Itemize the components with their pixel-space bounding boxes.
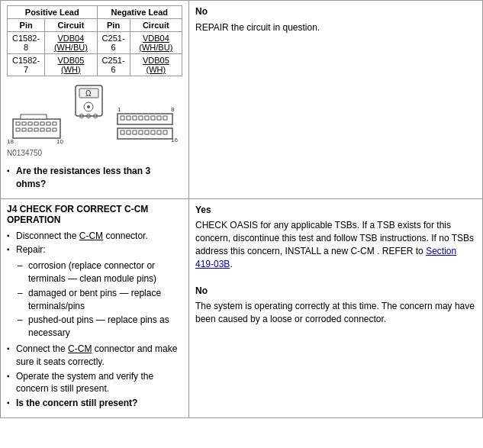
main-layout-table: Positive Lead Negative Lead Pin Circuit … [0,0,483,418]
neg-circuit-2-text: VDB05 (WH) [143,56,169,74]
resistance-table: Positive Lead Negative Lead Pin Circuit … [7,5,182,76]
svg-text:10: 10 [56,138,63,145]
pos-pin-1: C1582-8 [8,32,45,54]
pos-circuit-2-text: VDB05 (WH) [57,56,84,74]
svg-text:18: 18 [7,138,14,145]
j4-bullet-repair: Repair: [7,243,182,256]
neg-circuit-1: VDB04 (WH/BU) [130,32,182,54]
circuit-col-header-1: Circuit [45,19,97,32]
bottom-left-cell: J4 CHECK FOR CORRECT C-CM OPERATION Disc… [1,198,189,417]
j4-final-question: Is the concern still present? [7,397,182,410]
negative-lead-header: Negative Lead [97,6,182,19]
top-left-cell: Positive Lead Negative Lead Pin Circuit … [1,1,189,199]
yes-text-after: . [230,259,232,269]
j4-sub-corrosion: corrosion (replace connector or terminal… [18,259,182,285]
j4-bullet-connect: Connect the C-CM connector and make sure… [7,343,182,369]
j4-bullet-disconnect: Disconnect the C-CM connector. [7,230,182,243]
resistance-question-list: Are the resistances less than 3 ohms? [7,165,182,191]
pos-circuit-1-text: VDB04 (WH/BU) [54,34,88,52]
positive-lead-header: Positive Lead [8,6,98,19]
no-text-bottom: The system is operating correctly at thi… [195,300,476,326]
svg-point-22 [87,105,90,108]
j4-bullet-list-2: Connect the C-CM connector and make sure… [7,343,182,410]
pos-circuit-1: VDB04 (WH/BU) [45,32,97,54]
table-row: C1582-8 VDB04 (WH/BU) C251-6 VDB04 (WH/B… [8,32,182,54]
right-connector-icon: 1 8 16 [114,104,182,146]
pin-col-header-1: Pin [8,19,45,32]
yes-label: Yes [195,205,211,215]
pin-col-header-2: Pin [97,19,130,32]
pos-circuit-2: VDB05 (WH) [45,54,97,76]
j4-bullet-operate: Operate the system and verify the concer… [7,370,182,396]
j4-sub-damaged: damaged or bent pins — replace terminals… [18,287,182,313]
pos-pin-2: C1582-7 [8,54,45,76]
ccm-link-1: C-CM [79,230,103,241]
ccm-link-2: C-CM [68,343,92,354]
no-label-top: No [195,6,208,17]
multimeter-icon: Ω [72,84,106,124]
j4-title: J4 CHECK FOR CORRECT C-CM OPERATION [7,204,182,225]
neg-pin-2: C251-6 [97,54,130,76]
bottom-right-cell: Yes CHECK OASIS for any applicable TSBs.… [189,198,483,417]
diagram-svg-container: 18 10 [7,84,182,146]
diagram-label: N0134750 [7,149,42,157]
resistance-question: Are the resistances less than 3 ohms? [7,165,182,191]
svg-rect-17 [21,114,47,119]
svg-text:1: 1 [118,106,121,113]
multimeter-svg: Ω [72,84,106,122]
j4-bullet-list: Disconnect the C-CM connector. Repair: [7,230,182,257]
j4-sub-list: corrosion (replace connector or terminal… [7,259,182,340]
no-label-bottom: No [195,285,208,296]
neg-circuit-1-text: VDB04 (WH/BU) [139,34,172,52]
left-connector-icon: 18 10 [7,104,64,146]
no-text-top: REPAIR the circuit in question. [195,21,476,34]
diagram-area: 18 10 [7,84,182,157]
table-row: C1582-7 VDB05 (WH) C251-6 VDB05 (WH) [8,54,182,76]
circuit-col-header-2: Circuit [130,19,182,32]
neg-pin-1: C251-6 [97,32,130,54]
neg-circuit-2: VDB05 (WH) [130,54,182,76]
top-right-cell: No REPAIR the circuit in question. [189,1,483,199]
svg-text:8: 8 [171,106,175,113]
j4-sub-pushed: pushed-out pins — replace pins as necess… [18,314,182,340]
yes-text: CHECK OASIS for any applicable TSBs. If … [195,219,476,270]
svg-text:Ω: Ω [85,89,92,98]
